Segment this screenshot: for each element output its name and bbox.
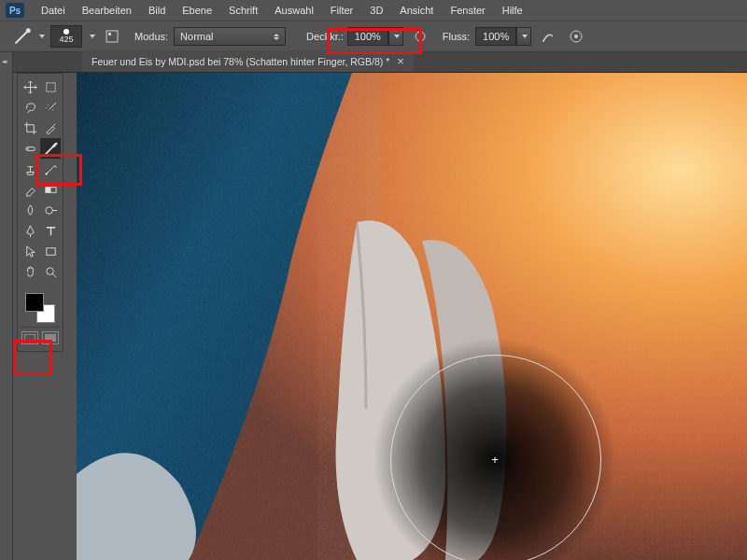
mode-label: Modus:	[134, 31, 168, 42]
blend-mode-value: Normal	[180, 31, 213, 42]
svg-rect-1	[106, 31, 118, 42]
svg-point-4	[543, 40, 544, 42]
menu-3d[interactable]: 3D	[362, 2, 390, 19]
options-bar: 425 Modus: Normal Deckkr.: 100% Fluss: 1…	[0, 21, 747, 52]
svg-rect-11	[45, 187, 50, 192]
brush-cursor-crosshair: +	[491, 453, 499, 467]
blend-mode-select[interactable]: Normal	[174, 27, 286, 46]
brush-size-value: 425	[59, 35, 73, 44]
tool-preset-arrow[interactable]	[39, 35, 45, 38]
path-selection-tool[interactable]	[20, 241, 40, 261]
canvas-area[interactable]: +	[77, 73, 747, 560]
blur-tool[interactable]	[20, 200, 40, 220]
menu-edit[interactable]: Bearbeiten	[75, 2, 139, 19]
close-icon[interactable]: ×	[397, 54, 404, 68]
flow-input[interactable]: 100%	[475, 27, 516, 46]
menu-filter[interactable]: Filter	[323, 2, 360, 19]
document-tab-strip: Feuer und Eis by MDI.psd bei 78% (Schatt…	[0, 52, 747, 73]
menu-bar: Ps Datei Bearbeiten Bild Ebene Schrift A…	[0, 0, 747, 21]
brush-preset-picker[interactable]: 425	[50, 25, 82, 48]
pen-tool[interactable]	[20, 220, 40, 241]
eraser-tool[interactable]	[20, 179, 40, 200]
magic-wand-tool[interactable]	[40, 97, 61, 118]
menu-help[interactable]: Hilfe	[495, 2, 530, 19]
menu-view[interactable]: Ansicht	[392, 2, 441, 19]
menu-window[interactable]: Fenster	[443, 2, 492, 19]
panel-collapse-strip[interactable]	[0, 52, 13, 560]
svg-rect-7	[46, 82, 54, 91]
svg-point-0	[26, 28, 31, 33]
menu-file[interactable]: Datei	[34, 2, 73, 19]
lasso-tool[interactable]	[20, 97, 40, 118]
svg-point-3	[416, 32, 425, 41]
type-tool[interactable]	[40, 220, 61, 241]
zoom-tool[interactable]	[40, 261, 61, 282]
tablet-pressure-size-toggle[interactable]	[565, 27, 587, 46]
document-tab-title: Feuer und Eis by MDI.psd bei 78% (Schatt…	[92, 56, 389, 67]
foreground-color-swatch[interactable]	[25, 293, 44, 312]
opacity-label: Deckkr.:	[306, 31, 344, 42]
hand-tool[interactable]	[20, 261, 40, 282]
history-brush-tool[interactable]	[40, 159, 61, 179]
healing-brush-tool[interactable]	[20, 138, 40, 159]
svg-point-9	[26, 147, 28, 149]
brush-preset-arrow[interactable]	[90, 35, 95, 38]
color-swatches[interactable]	[25, 293, 55, 323]
svg-point-6	[574, 35, 578, 38]
crop-tool[interactable]	[20, 118, 40, 138]
dodge-tool[interactable]	[40, 200, 61, 220]
move-tool[interactable]	[20, 77, 40, 97]
brush-tool[interactable]	[40, 138, 61, 159]
svg-point-14	[46, 267, 53, 274]
svg-point-12	[45, 206, 52, 214]
quick-mask-button[interactable]	[42, 331, 59, 344]
gradient-tool[interactable]	[40, 179, 61, 200]
document-tab[interactable]: Feuer und Eis by MDI.psd bei 78% (Schatt…	[82, 50, 414, 72]
eyedropper-tool[interactable]	[40, 118, 61, 138]
flow-dropdown[interactable]	[516, 27, 531, 46]
menu-image[interactable]: Bild	[141, 2, 173, 19]
menu-type[interactable]: Schrift	[221, 2, 265, 19]
standard-mode-button[interactable]	[21, 331, 38, 344]
tools-panel	[17, 73, 63, 352]
brush-panel-toggle[interactable]	[101, 27, 123, 46]
opacity-pressure-toggle[interactable]	[409, 27, 431, 46]
airbrush-toggle[interactable]	[537, 27, 559, 46]
flow-label: Fluss:	[443, 31, 470, 42]
opacity-input[interactable]: 100%	[347, 27, 388, 46]
marquee-tool[interactable]	[40, 77, 61, 97]
menu-layer[interactable]: Ebene	[175, 2, 219, 19]
svg-rect-2	[108, 33, 111, 35]
svg-rect-13	[46, 247, 54, 255]
rectangle-tool[interactable]	[40, 241, 61, 261]
menu-select[interactable]: Auswahl	[267, 2, 321, 19]
app-logo: Ps	[6, 3, 24, 18]
opacity-dropdown[interactable]	[388, 27, 403, 46]
clone-stamp-tool[interactable]	[20, 159, 40, 179]
current-tool-icon[interactable]	[13, 27, 32, 46]
